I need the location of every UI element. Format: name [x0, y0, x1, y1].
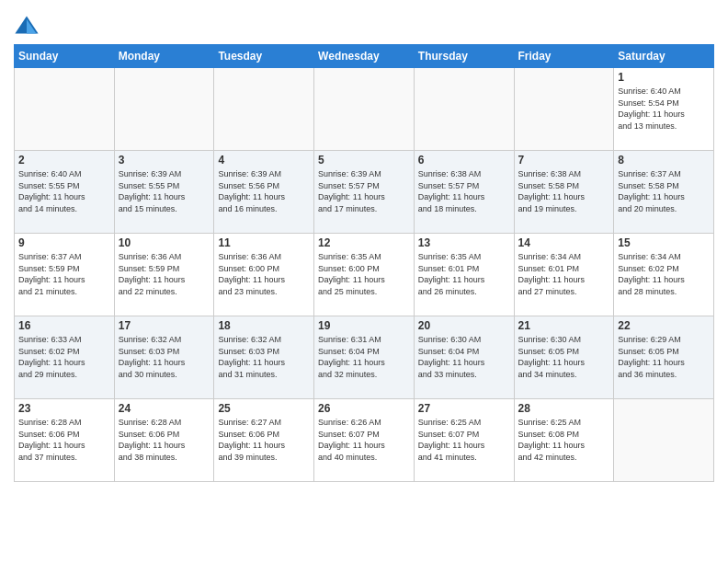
calendar-cell: 2Sunrise: 6:40 AM Sunset: 5:55 PM Daylig… [15, 151, 115, 234]
day-number: 4 [218, 154, 310, 167]
day-number: 20 [418, 319, 510, 332]
day-number: 24 [119, 402, 210, 415]
day-info: Sunrise: 6:38 AM Sunset: 5:58 PM Dayligh… [518, 168, 610, 214]
calendar-cell: 8Sunrise: 6:37 AM Sunset: 5:58 PM Daylig… [614, 151, 714, 234]
calendar-week-5: 23Sunrise: 6:28 AM Sunset: 6:06 PM Dayli… [15, 399, 714, 482]
day-info: Sunrise: 6:37 AM Sunset: 5:58 PM Dayligh… [618, 168, 710, 214]
day-info: Sunrise: 6:39 AM Sunset: 5:57 PM Dayligh… [318, 168, 410, 214]
calendar-cell [514, 68, 614, 151]
calendar-cell: 25Sunrise: 6:27 AM Sunset: 6:06 PM Dayli… [214, 399, 314, 482]
calendar-cell: 4Sunrise: 6:39 AM Sunset: 5:56 PM Daylig… [214, 151, 314, 234]
calendar-cell: 19Sunrise: 6:31 AM Sunset: 6:04 PM Dayli… [314, 316, 415, 399]
calendar-cell: 13Sunrise: 6:35 AM Sunset: 6:01 PM Dayli… [414, 234, 514, 316]
weekday-header-wednesday: Wednesday [314, 45, 415, 68]
calendar-cell: 22Sunrise: 6:29 AM Sunset: 6:05 PM Dayli… [614, 316, 714, 399]
calendar-cell: 5Sunrise: 6:39 AM Sunset: 5:57 PM Daylig… [314, 151, 415, 234]
day-number: 10 [119, 236, 210, 249]
weekday-row: SundayMondayTuesdayWednesdayThursdayFrid… [15, 45, 714, 68]
day-info: Sunrise: 6:40 AM Sunset: 5:54 PM Dayligh… [618, 86, 710, 132]
day-number: 25 [218, 402, 310, 415]
day-info: Sunrise: 6:32 AM Sunset: 6:03 PM Dayligh… [119, 334, 210, 380]
day-number: 26 [318, 402, 410, 415]
day-info: Sunrise: 6:28 AM Sunset: 6:06 PM Dayligh… [18, 417, 110, 463]
day-number: 13 [418, 236, 510, 249]
calendar-cell [114, 68, 214, 151]
calendar-cell: 21Sunrise: 6:30 AM Sunset: 6:05 PM Dayli… [514, 316, 614, 399]
calendar-cell: 9Sunrise: 6:37 AM Sunset: 5:59 PM Daylig… [15, 234, 115, 316]
day-info: Sunrise: 6:40 AM Sunset: 5:55 PM Dayligh… [18, 168, 110, 214]
day-info: Sunrise: 6:27 AM Sunset: 6:06 PM Dayligh… [218, 417, 310, 463]
day-number: 3 [119, 154, 210, 167]
day-info: Sunrise: 6:35 AM Sunset: 6:01 PM Dayligh… [418, 251, 510, 297]
day-number: 16 [18, 319, 110, 332]
day-info: Sunrise: 6:39 AM Sunset: 5:56 PM Dayligh… [218, 168, 310, 214]
day-info: Sunrise: 6:25 AM Sunset: 6:07 PM Dayligh… [418, 417, 510, 463]
calendar-cell: 15Sunrise: 6:34 AM Sunset: 6:02 PM Dayli… [614, 234, 714, 316]
logo-icon [14, 13, 40, 39]
day-info: Sunrise: 6:33 AM Sunset: 6:02 PM Dayligh… [18, 334, 110, 380]
day-info: Sunrise: 6:35 AM Sunset: 6:00 PM Dayligh… [318, 251, 410, 297]
calendar-week-4: 16Sunrise: 6:33 AM Sunset: 6:02 PM Dayli… [15, 316, 714, 399]
day-info: Sunrise: 6:31 AM Sunset: 6:04 PM Dayligh… [318, 334, 410, 380]
day-number: 7 [518, 154, 610, 167]
day-info: Sunrise: 6:28 AM Sunset: 6:06 PM Dayligh… [119, 417, 210, 463]
day-number: 1 [618, 71, 710, 84]
day-info: Sunrise: 6:32 AM Sunset: 6:03 PM Dayligh… [218, 334, 310, 380]
calendar-cell: 24Sunrise: 6:28 AM Sunset: 6:06 PM Dayli… [114, 399, 214, 482]
day-number: 22 [618, 319, 710, 332]
day-info: Sunrise: 6:29 AM Sunset: 6:05 PM Dayligh… [618, 334, 710, 380]
page: SundayMondayTuesdayWednesdayThursdayFrid… [0, 0, 728, 563]
day-info: Sunrise: 6:26 AM Sunset: 6:07 PM Dayligh… [318, 417, 410, 463]
calendar-cell: 7Sunrise: 6:38 AM Sunset: 5:58 PM Daylig… [514, 151, 614, 234]
calendar-cell [414, 68, 514, 151]
day-number: 14 [518, 236, 610, 249]
day-info: Sunrise: 6:25 AM Sunset: 6:08 PM Dayligh… [518, 417, 610, 463]
day-info: Sunrise: 6:38 AM Sunset: 5:57 PM Dayligh… [418, 168, 510, 214]
day-info: Sunrise: 6:36 AM Sunset: 6:00 PM Dayligh… [218, 251, 310, 297]
day-info: Sunrise: 6:34 AM Sunset: 6:01 PM Dayligh… [518, 251, 610, 297]
day-number: 11 [218, 236, 310, 249]
calendar-cell: 16Sunrise: 6:33 AM Sunset: 6:02 PM Dayli… [15, 316, 115, 399]
day-info: Sunrise: 6:30 AM Sunset: 6:04 PM Dayligh… [418, 334, 510, 380]
calendar-cell: 17Sunrise: 6:32 AM Sunset: 6:03 PM Dayli… [114, 316, 214, 399]
calendar-week-3: 9Sunrise: 6:37 AM Sunset: 5:59 PM Daylig… [15, 234, 714, 316]
calendar-cell: 28Sunrise: 6:25 AM Sunset: 6:08 PM Dayli… [514, 399, 614, 482]
calendar-cell [314, 68, 415, 151]
day-number: 18 [218, 319, 310, 332]
calendar-cell: 6Sunrise: 6:38 AM Sunset: 5:57 PM Daylig… [414, 151, 514, 234]
day-info: Sunrise: 6:34 AM Sunset: 6:02 PM Dayligh… [618, 251, 710, 297]
day-number: 23 [18, 402, 110, 415]
day-number: 6 [418, 154, 510, 167]
header [14, 9, 714, 39]
day-number: 19 [318, 319, 410, 332]
day-number: 9 [18, 236, 110, 249]
day-number: 17 [119, 319, 210, 332]
day-number: 5 [318, 154, 410, 167]
day-number: 21 [518, 319, 610, 332]
day-info: Sunrise: 6:30 AM Sunset: 6:05 PM Dayligh… [518, 334, 610, 380]
weekday-header-saturday: Saturday [614, 45, 714, 68]
day-number: 15 [618, 236, 710, 249]
calendar-header: SundayMondayTuesdayWednesdayThursdayFrid… [15, 45, 714, 68]
calendar-table: SundayMondayTuesdayWednesdayThursdayFrid… [14, 44, 714, 482]
weekday-header-sunday: Sunday [15, 45, 115, 68]
calendar-cell: 14Sunrise: 6:34 AM Sunset: 6:01 PM Dayli… [514, 234, 614, 316]
calendar-body: 1Sunrise: 6:40 AM Sunset: 5:54 PM Daylig… [15, 68, 714, 482]
day-number: 28 [518, 402, 610, 415]
weekday-header-monday: Monday [114, 45, 214, 68]
calendar-cell [214, 68, 314, 151]
day-info: Sunrise: 6:37 AM Sunset: 5:59 PM Dayligh… [18, 251, 110, 297]
calendar-cell: 3Sunrise: 6:39 AM Sunset: 5:55 PM Daylig… [114, 151, 214, 234]
calendar-cell: 26Sunrise: 6:26 AM Sunset: 6:07 PM Dayli… [314, 399, 415, 482]
day-number: 27 [418, 402, 510, 415]
calendar-week-1: 1Sunrise: 6:40 AM Sunset: 5:54 PM Daylig… [15, 68, 714, 151]
weekday-header-tuesday: Tuesday [214, 45, 314, 68]
calendar-cell: 20Sunrise: 6:30 AM Sunset: 6:04 PM Dayli… [414, 316, 514, 399]
calendar-cell: 10Sunrise: 6:36 AM Sunset: 5:59 PM Dayli… [114, 234, 214, 316]
day-info: Sunrise: 6:39 AM Sunset: 5:55 PM Dayligh… [119, 168, 210, 214]
calendar-cell: 23Sunrise: 6:28 AM Sunset: 6:06 PM Dayli… [15, 399, 115, 482]
calendar-cell: 1Sunrise: 6:40 AM Sunset: 5:54 PM Daylig… [614, 68, 714, 151]
day-number: 2 [18, 154, 110, 167]
weekday-header-thursday: Thursday [414, 45, 514, 68]
calendar-cell: 18Sunrise: 6:32 AM Sunset: 6:03 PM Dayli… [214, 316, 314, 399]
